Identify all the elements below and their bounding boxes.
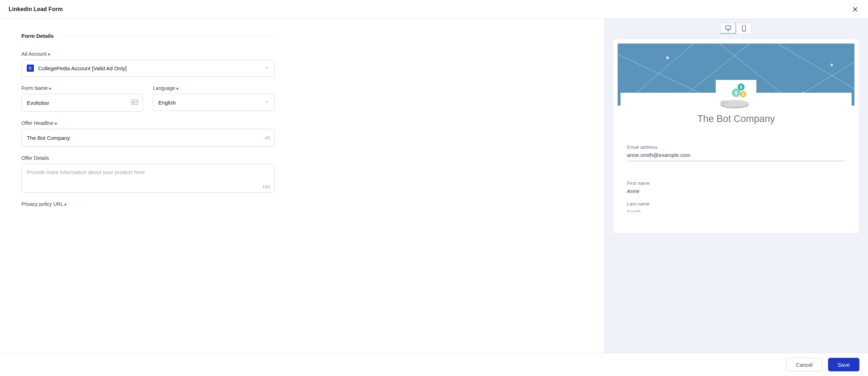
id-card-icon [131,100,138,106]
offer-details-label: Offer Details [21,155,275,161]
svg-rect-2 [132,100,138,105]
section-rule [60,36,275,36]
svg-point-21 [831,64,833,66]
offer-headline-label: Offer Headline [21,120,275,126]
required-indicator [177,88,178,90]
preview-frame: $ $ $ The Bot Company Email address anne… [613,39,859,233]
preview-company-logo: $ $ $ [716,80,756,112]
required-indicator [48,54,50,55]
preview-firstname-label: First name [627,181,845,186]
preview-pane: $ $ $ The Bot Company Email address anne… [604,19,868,353]
offer-details-count: 160 [262,184,270,189]
field-privacy-url: Privacy policy URL [21,201,275,207]
close-button[interactable] [851,5,859,14]
offer-headline-count: 45 [265,135,270,141]
chevron-down-icon [264,65,269,71]
field-form-name: Form Name [21,85,143,112]
preview-email-card: Email address anne.smith@example.com [621,139,852,171]
section-heading: Form Details [21,33,275,39]
svg-point-3 [133,101,134,103]
privacy-url-label: Privacy policy URL [21,201,275,207]
svg-point-24 [720,101,727,105]
modal-footer: Cancel Save [0,353,868,376]
cancel-button[interactable]: Cancel [786,358,822,371]
offer-details-textarea[interactable] [22,164,274,191]
form-name-input[interactable] [22,94,143,111]
field-offer-headline: Offer Headline 45 [21,120,275,147]
desktop-icon [725,25,731,31]
close-icon [852,6,858,12]
device-toggle [720,23,752,34]
account-badge: C [27,65,34,72]
ad-account-select[interactable]: C CollegePedia Account [Valid Ad Only] [21,60,275,77]
form-name-label: Form Name [21,85,143,91]
preview-hero-card: $ $ $ The Bot Company [621,93,852,134]
preview-headline: The Bot Company [621,113,852,125]
field-offer-details: Offer Details 160 [21,155,275,193]
required-indicator [49,88,51,90]
desktop-preview-button[interactable] [720,23,736,34]
language-value: English [158,100,176,106]
ad-account-value: CollegePedia Account [Valid Ad Only] [38,65,127,71]
svg-text:$: $ [742,92,744,96]
preview-email-value: anne.smith@example.com [627,152,845,161]
section-title: Form Details [21,33,54,39]
offer-headline-input[interactable] [22,129,274,146]
svg-point-18 [666,56,669,59]
field-language: Language English [153,85,275,112]
ad-account-label: Ad Account [21,51,275,57]
preview-lastname-value: Smith [627,209,845,212]
svg-text:$: $ [740,85,742,89]
svg-text:$: $ [735,90,737,96]
preview-email-label: Email address [627,144,845,150]
chevron-down-icon [264,100,269,106]
svg-rect-6 [726,26,731,29]
modal-header: Linkedin Lead Form [0,0,868,19]
form-editor-pane: Form Details Ad Account C CollegePedia A… [0,19,604,353]
mobile-preview-button[interactable] [736,23,751,34]
field-ad-account: Ad Account C CollegePedia Account [Valid… [21,51,275,77]
mobile-icon [742,25,746,32]
preview-firstname-value: Anne [627,188,845,195]
language-select[interactable]: English [153,94,275,111]
required-indicator [55,123,57,125]
required-indicator [65,204,66,205]
save-button[interactable]: Save [828,358,859,371]
preview-name-card: First name Anne Last name Smith [621,175,852,216]
preview-lastname-label: Last name [627,201,845,207]
modal-title: Linkedin Lead Form [9,6,63,12]
language-label: Language [153,85,275,91]
